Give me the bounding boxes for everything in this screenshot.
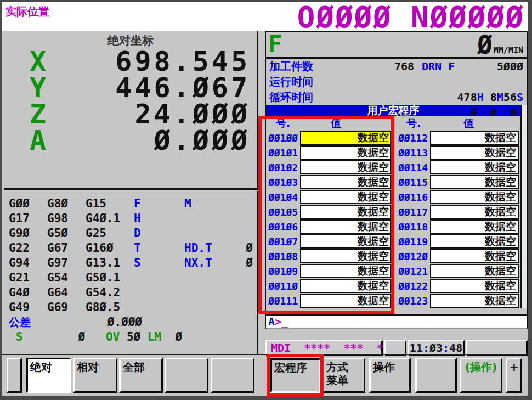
macro-number: ØØ123 [397,294,430,308]
gcode-address-label [184,271,228,285]
feed-panel: F Ø MM/MIN [266,32,527,59]
softkey-relative[interactable]: 相对 [73,358,117,393]
macro-row: ØØ1Ø7 数据空 [267,234,392,249]
gcode-address-value: Ø [228,241,253,256]
gcode-row: G9Ø G5Ø G25 D [4,226,257,241]
softkey-mode-menu-line1: 方式 [326,360,361,374]
spindle-segment: LM [140,330,161,345]
macro-row: ØØ1ØØ 数据空 [267,131,392,145]
softkey-plus[interactable]: + [506,358,522,393]
macro-value-cell[interactable]: 数据空 [300,131,392,145]
axis-row: A Ø.ØØØ [4,127,257,154]
input-prompt-line[interactable]: A>_ [266,314,527,329]
macro-value-cell[interactable]: 数据空 [430,131,519,145]
softkey-absolute[interactable]: 绝对 [26,358,71,393]
macro-value-cell[interactable]: 数据空 [300,264,392,278]
gcode-cell: G5Ø [47,226,86,241]
gcode-cell: G4Ø.1 [86,211,134,226]
run-time-label: 运行时间 [269,74,359,89]
gcode-address-letter [134,271,184,285]
gcode-cell: G67 [47,241,86,256]
axis-label: X [4,48,49,75]
macro-value-cell[interactable]: 数据空 [300,219,392,234]
macro-row: ØØ12Ø 数据空 [397,249,519,264]
softkey-macro[interactable]: 宏程序 [270,358,321,393]
macro-value-cell[interactable]: 数据空 [430,249,519,263]
macro-value-cell[interactable]: 数据空 [430,160,519,174]
macro-value-cell[interactable]: 数据空 [430,205,519,219]
macro-value-cell[interactable]: 数据空 [430,294,519,308]
macro-value-cell[interactable]: 数据空 [300,145,392,160]
gcode-address-label: M [184,196,228,211]
softkey-empty-2[interactable] [211,358,254,393]
macro-number: ØØ117 [397,205,430,219]
mode-stars [291,341,304,354]
softkey-empty-1[interactable] [165,358,208,393]
macro-value-cell[interactable]: 数据空 [430,264,519,278]
gcode-address-letter [134,285,184,300]
gcode-address-letter [134,300,184,315]
macro-value-cell[interactable]: 数据空 [300,234,392,249]
status-stars: **** *** *** [304,341,397,354]
axis-value: 698.545 [115,48,257,75]
macro-value-cell[interactable]: 数据空 [300,279,392,293]
macro-number: ØØ116 [397,190,430,205]
gcode-cell: G22 [9,241,47,256]
softkey-operate[interactable]: 操作 [369,358,411,393]
gcode-address-letter: T [134,241,184,256]
macro-value-cell[interactable]: 数据空 [430,219,519,234]
parts-count-row: 加工件数 768 DRN F 5ØØØ [266,59,527,74]
gcode-address-letter: D [134,226,184,241]
value-header: 值 [331,116,341,131]
macro-row: ØØ111 数据空 [267,294,392,308]
softkey-all[interactable]: 全部 [119,358,163,393]
gcode-address-label: HD.T [184,241,228,256]
softkey-operation-menu[interactable]: (操作) [460,358,502,393]
macro-value-cell[interactable]: 数据空 [430,190,519,204]
feed-readout: Ø MM/MIN [477,32,524,57]
macro-row: ØØ1Ø3 数据空 [267,175,392,190]
softkey-empty-3[interactable] [415,358,457,393]
softkey-return[interactable] [7,358,22,393]
spindle-segment: OV [85,330,120,345]
macro-number: ØØ1Ø4 [267,190,300,205]
gcode-row: G21 G54 G5Ø.1 [4,271,257,285]
macro-value-cell[interactable]: 数据空 [430,234,519,249]
macro-value-cell[interactable]: 数据空 [300,190,392,204]
gcode-cell: G21 [9,271,47,285]
macro-row: ØØ116 数据空 [397,190,519,205]
macro-row: ØØ1Ø9 数据空 [267,264,392,279]
macro-number: ØØ112 [397,131,430,145]
gcode-cell: G54 [47,271,86,285]
macro-table: ØØ1ØØ 数据空 ØØ1Ø1 数据空 ØØ1Ø2 数据空 ØØ1Ø3 数据空 … [266,131,520,308]
macro-value-cell[interactable]: 数据空 [430,175,519,189]
macro-value-cell[interactable]: 数据空 [430,145,519,160]
cycle-time-row: 循环时间 ØH ØM ØS [266,89,527,105]
macro-value-cell[interactable]: 数据空 [300,294,392,308]
gcode-address-label [184,300,228,315]
gcode-address-value [228,285,253,300]
macro-number: ØØ118 [397,219,430,234]
softkey-mode-menu[interactable]: 方式 菜单 [322,358,365,393]
number-header: 号. [406,116,421,131]
macro-value-cell[interactable]: 数据空 [300,249,392,263]
dry-run-label: DRN F [422,59,455,74]
macro-value-cell[interactable]: 数据空 [430,279,519,293]
tolerance-value: Ø.ØØØ [84,315,142,330]
macro-row: ØØ117 数据空 [397,205,519,219]
gcode-address-value [228,300,253,315]
gcode-address-letter: H [134,211,184,226]
macro-value-cell[interactable]: 数据空 [300,175,392,189]
macro-number: ØØ1Ø2 [267,160,300,175]
macro-value-cell[interactable]: 数据空 [300,205,392,219]
gcode-row: G4Ø G64 G54.2 [4,285,257,300]
cycle-time-value: ØH ØM ØS [417,89,523,105]
mode-label: MDI [271,341,291,354]
gcode-address-label: NX.T [184,256,228,271]
gcode-row: G94 G97 G13.1 S NX.T Ø [4,256,257,271]
footer-divider [2,354,528,355]
macro-panel: F Ø MM/MIN 加工件数 768 DRN F 5ØØØ 运行时间 478H… [265,31,528,329]
position-panel: 绝对坐标 X 698.545 Y 446.Ø67 Z 24.ØØØ A Ø.ØØ… [4,31,258,190]
macro-value-cell[interactable]: 数据空 [300,160,392,174]
gcode-cell: G5Ø.1 [86,271,134,285]
